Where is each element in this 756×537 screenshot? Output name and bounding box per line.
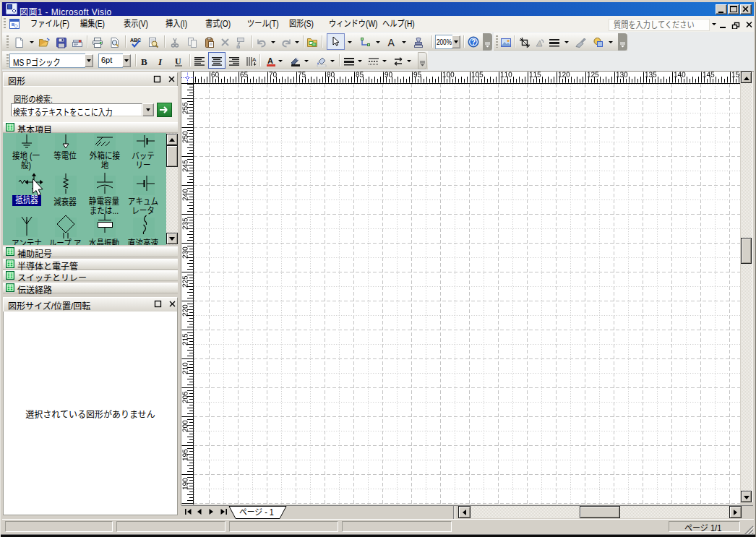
svg-text:U: U [175, 56, 181, 66]
svg-text:?: ? [471, 38, 476, 46]
svg-text:B: B [141, 56, 147, 67]
svg-text:A: A [388, 37, 395, 48]
svg-text:ページ - 1: ページ - 1 [239, 508, 274, 517]
svg-text:I: I [158, 56, 163, 67]
svg-text:A: A [267, 56, 273, 65]
svg-text:A: A [252, 56, 257, 63]
svg-text:ABC: ABC [130, 38, 141, 43]
